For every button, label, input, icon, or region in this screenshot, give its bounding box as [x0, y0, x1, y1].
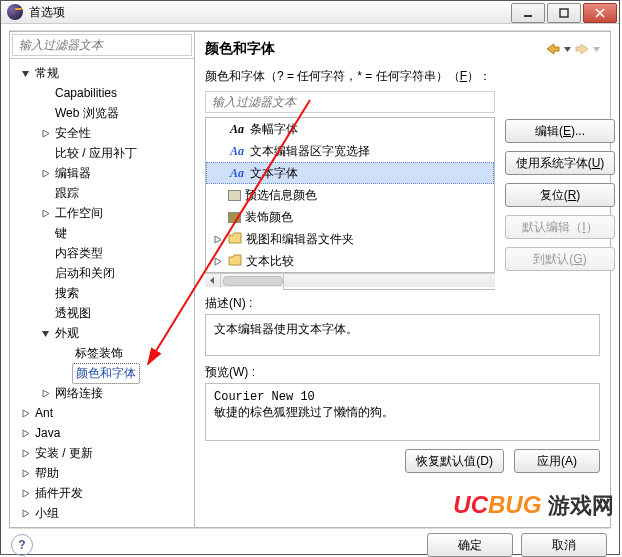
tree-item-label: Java	[32, 425, 63, 441]
tree-item[interactable]: 标签装饰	[10, 343, 194, 363]
tree-item[interactable]: 帮助	[10, 463, 194, 483]
chevron-right-icon[interactable]	[38, 126, 52, 140]
folder-icon	[228, 254, 242, 269]
font-tree-item[interactable]: Aa文本编辑器区字宽选择	[206, 140, 494, 162]
tree-item-label: 键	[52, 224, 70, 243]
tree-item-label: 安全性	[52, 124, 94, 143]
help-button[interactable]: ?	[11, 534, 33, 556]
tree-item-label: Capabilities	[52, 85, 120, 101]
font-item-label: 文本编辑器区字宽选择	[250, 143, 370, 160]
font-tree-item[interactable]: 文本比较	[206, 250, 494, 272]
chevron-right-icon[interactable]	[38, 206, 52, 220]
minimize-button[interactable]	[511, 3, 545, 23]
font-item-label: 预选信息颜色	[245, 187, 317, 204]
chevron-right-icon[interactable]	[18, 426, 32, 440]
edit-button[interactable]: 编辑(E)...	[505, 119, 615, 143]
tree-item[interactable]: 插件开发	[10, 483, 194, 503]
tree-item[interactable]: 编辑器	[10, 163, 194, 183]
apply-button[interactable]: 应用(A)	[514, 449, 600, 473]
font-item-label: 文本比较	[246, 253, 294, 270]
chevron-down-icon[interactable]	[18, 66, 32, 80]
detail-header: 颜色和字体	[205, 40, 600, 58]
maximize-button[interactable]	[547, 3, 581, 23]
tree-item[interactable]: 透视图	[10, 303, 194, 323]
twisty-spacer	[38, 246, 52, 260]
category-tree[interactable]: 常规CapabilitiesWeb 浏览器安全性比较 / 应用补丁编辑器跟踪工作…	[10, 59, 194, 527]
tree-item[interactable]: Ant	[10, 403, 194, 423]
nav-forward-icon[interactable]	[573, 41, 591, 57]
tree-item-label: 小组	[32, 504, 62, 523]
tree-item[interactable]: 内容类型	[10, 243, 194, 263]
tree-item[interactable]: 安装 / 更新	[10, 443, 194, 463]
preferences-window: 首选项 常规CapabilitiesWeb 浏览器安全性比较 / 应用补丁编辑器…	[0, 0, 620, 555]
font-tree-item[interactable]: 视图和编辑器文件夹	[206, 228, 494, 250]
tree-item[interactable]: 外观	[10, 323, 194, 343]
nav-back-icon[interactable]	[544, 41, 562, 57]
scroll-right-icon[interactable]	[283, 272, 495, 290]
tree-item[interactable]: 键	[10, 223, 194, 243]
tree-item[interactable]: 安全性	[10, 123, 194, 143]
use-system-font-button[interactable]: 使用系统字体(U)	[505, 151, 615, 175]
twisty-spacer	[58, 346, 72, 360]
mid-row: Aa条幅字体Aa文本编辑器区字宽选择Aa文本字体预选信息颜色装饰颜色视图和编辑器…	[205, 117, 600, 287]
restore-defaults-button[interactable]: 恢复默认值(D)	[405, 449, 504, 473]
twisty-spacer	[58, 366, 72, 380]
ok-button[interactable]: 确定	[427, 533, 513, 557]
chevron-right-icon[interactable]	[210, 232, 224, 246]
description-text: 文本编辑器使用文本字体。	[214, 322, 358, 336]
dialog-footer: ? 确定 取消	[9, 529, 611, 557]
chevron-down-icon[interactable]	[38, 326, 52, 340]
tree-item[interactable]: Capabilities	[10, 83, 194, 103]
preview-line1: Courier New 10	[214, 390, 591, 404]
chevron-right-icon[interactable]	[18, 446, 32, 460]
horiz-scrollbar[interactable]	[205, 273, 495, 287]
twisty-spacer	[38, 106, 52, 120]
reset-button[interactable]: 复位(R)	[505, 183, 615, 207]
font-tree-item[interactable]: 预选信息颜色	[206, 184, 494, 206]
tree-item[interactable]: Web 浏览器	[10, 103, 194, 123]
split-pane: 常规CapabilitiesWeb 浏览器安全性比较 / 应用补丁编辑器跟踪工作…	[9, 30, 611, 529]
close-button[interactable]	[583, 3, 617, 23]
tree-item[interactable]: 颜色和字体	[10, 363, 194, 383]
tree-item[interactable]: 跟踪	[10, 183, 194, 203]
chevron-right-icon[interactable]	[38, 166, 52, 180]
font-tree-item[interactable]: 装饰颜色	[206, 206, 494, 228]
font-tree-item[interactable]: Aa文本字体	[206, 162, 494, 184]
preview-label: 预览(W) :	[205, 364, 600, 381]
chevron-right-icon[interactable]	[38, 386, 52, 400]
page-button-row: 恢复默认值(D) 应用(A)	[205, 449, 600, 473]
dialog-body: 常规CapabilitiesWeb 浏览器安全性比较 / 应用补丁编辑器跟踪工作…	[1, 24, 619, 557]
tree-item[interactable]: 小组	[10, 503, 194, 523]
svg-rect-0	[524, 15, 532, 17]
tree-item[interactable]: Java	[10, 423, 194, 443]
tree-item[interactable]: 比较 / 应用补丁	[10, 143, 194, 163]
tree-item-label: 颜色和字体	[72, 363, 140, 384]
tree-item-label: 搜索	[52, 284, 82, 303]
chevron-right-icon[interactable]	[210, 254, 224, 268]
nav-back-menu[interactable]	[564, 42, 571, 56]
cancel-button[interactable]: 取消	[521, 533, 607, 557]
chevron-right-icon[interactable]	[18, 406, 32, 420]
hint-text: 颜色和字体（? = 任何字符，* = 任何字符串）（	[205, 69, 460, 83]
tree-filter-input[interactable]	[12, 34, 192, 56]
chevron-right-icon[interactable]	[18, 506, 32, 520]
tree-item[interactable]: 网络连接	[10, 383, 194, 403]
font-tree[interactable]: Aa条幅字体Aa文本编辑器区字宽选择Aa文本字体预选信息颜色装饰颜色视图和编辑器…	[205, 117, 495, 273]
watermark: UCBUG 游戏网	[453, 491, 614, 521]
font-tree-item[interactable]: Aa条幅字体	[206, 118, 494, 140]
tree-item-label: 比较 / 应用补丁	[52, 144, 140, 163]
chevron-right-icon[interactable]	[18, 486, 32, 500]
color-swatch-icon	[228, 190, 241, 201]
page-title: 颜色和字体	[205, 40, 544, 58]
chevron-right-icon[interactable]	[18, 466, 32, 480]
twisty-spacer	[38, 306, 52, 320]
font-filter-input[interactable]	[205, 91, 495, 113]
tree-item[interactable]: 启动和关闭	[10, 263, 194, 283]
scroll-thumb[interactable]	[223, 276, 283, 286]
tree-item[interactable]: 搜索	[10, 283, 194, 303]
tree-item[interactable]: 常规	[10, 63, 194, 83]
titlebar[interactable]: 首选项	[1, 1, 619, 24]
scroll-left-icon[interactable]	[205, 274, 221, 288]
tree-item[interactable]: 工作空间	[10, 203, 194, 223]
nav-forward-menu[interactable]	[593, 42, 600, 56]
